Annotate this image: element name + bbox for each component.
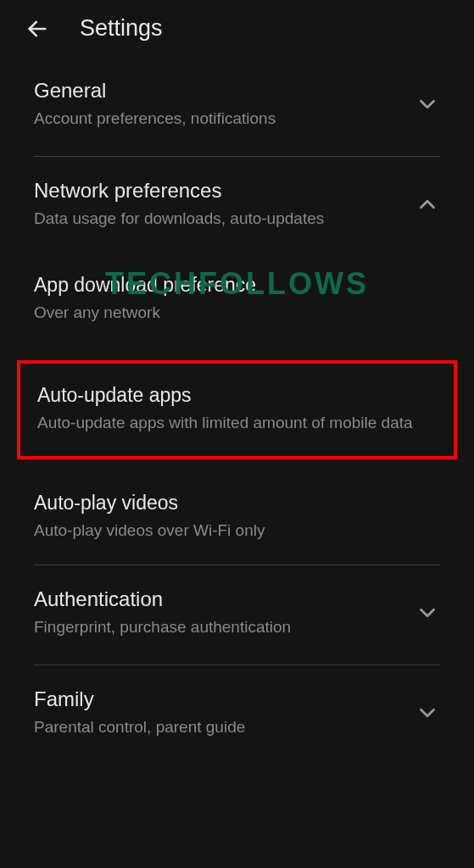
auto-update-subtitle: Auto-update apps with limited amount of … (37, 412, 437, 435)
page-title: Settings (80, 15, 163, 42)
section-general-title: General (34, 79, 404, 103)
arrow-left-icon (25, 17, 49, 41)
section-general[interactable]: General Account preferences, notificatio… (0, 57, 474, 156)
chevron-down-icon (415, 600, 440, 626)
header: Settings (0, 0, 474, 57)
section-family-subtitle: Parental control, parent guide (34, 716, 404, 739)
subsection-auto-update-highlighted[interactable]: Auto-update apps Auto-update apps with l… (17, 360, 457, 460)
section-network-subtitle: Data usage for downloads, auto-updates (34, 208, 404, 231)
subsection-app-download[interactable]: App download preference Over any network (0, 255, 474, 347)
chevron-down-icon (415, 92, 440, 117)
section-authentication-subtitle: Fingerprint, purchase authentication (34, 616, 404, 639)
auto-play-subtitle: Auto-play videos over Wi-Fi only (34, 520, 440, 542)
auto-play-title: Auto-play videos (34, 492, 440, 515)
chevron-up-icon (415, 192, 440, 217)
back-button[interactable] (25, 17, 49, 41)
settings-content: General Account preferences, notificatio… (0, 57, 474, 764)
section-general-subtitle: Account preferences, notifications (34, 108, 404, 131)
section-authentication-title: Authentication (34, 587, 404, 611)
app-download-subtitle: Over any network (34, 302, 440, 325)
auto-update-title: Auto-update apps (37, 384, 437, 407)
subsection-auto-play[interactable]: Auto-play videos Auto-play videos over W… (0, 473, 474, 565)
section-family[interactable]: Family Parental control, parent guide (0, 665, 474, 765)
section-family-title: Family (34, 687, 404, 711)
section-network-title: Network preferences (34, 179, 404, 203)
section-authentication[interactable]: Authentication Fingerprint, purchase aut… (0, 565, 474, 665)
section-network[interactable]: Network preferences Data usage for downl… (0, 157, 474, 256)
app-download-title: App download preference (34, 274, 440, 297)
chevron-down-icon (415, 700, 440, 726)
